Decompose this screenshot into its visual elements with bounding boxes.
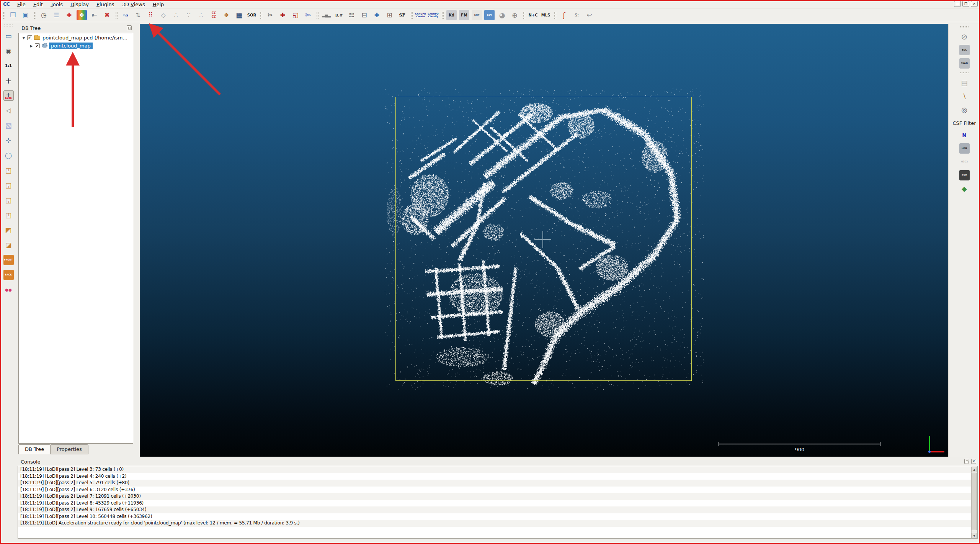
close-button[interactable]: ✕ <box>971 1 978 7</box>
menu-display[interactable]: Display <box>67 1 93 8</box>
unroll-icon[interactable]: ↩ <box>584 10 595 20</box>
menu-edit[interactable]: Edit <box>29 1 47 8</box>
sf-delete-icon[interactable]: ⊟ <box>359 10 369 20</box>
hpr-icon[interactable]: HPR <box>959 143 970 154</box>
normals-plus-color-icon[interactable]: N+C <box>528 10 538 20</box>
spline-points-icon[interactable]: S: <box>572 10 582 20</box>
menu-plugins[interactable]: Plugins <box>93 1 118 8</box>
shp-export-icon[interactable]: SHP <box>472 10 482 20</box>
view-iso2-icon[interactable]: ◪ <box>3 240 14 250</box>
console-scrollbar[interactable]: ▲ ▼ <box>971 467 977 539</box>
screenshot-icon[interactable]: ◉ <box>3 46 14 56</box>
undock-console-button[interactable] <box>964 459 969 464</box>
tab-properties[interactable]: Properties <box>50 444 88 454</box>
checkerboard-icon[interactable]: ▦ <box>234 10 244 20</box>
clone-icon[interactable]: ❖ <box>77 10 87 20</box>
view-left-icon[interactable]: ◲ <box>3 195 14 205</box>
sf-arithmetic-icon[interactable]: SF <box>397 10 407 20</box>
toolbar-handle[interactable] <box>441 11 444 20</box>
octree-icon[interactable]: ◇ <box>158 10 168 20</box>
open-icon[interactable]: ❐ <box>8 10 18 20</box>
sor-filter-icon[interactable]: SOR <box>247 10 257 20</box>
edl-shader-icon[interactable]: EDL <box>959 45 970 55</box>
zoom-magnifier-icon[interactable]: ◯ <box>3 150 14 161</box>
subsample-icon[interactable]: ⠿ <box>145 10 156 20</box>
rotate-view-icon[interactable]: ◁ <box>3 105 14 116</box>
view-back-icon[interactable]: BACK <box>3 270 14 280</box>
checklist-icon[interactable]: ☰ <box>51 10 62 20</box>
sf-minmax-icon[interactable]: min max <box>346 10 357 20</box>
scroll-up-icon[interactable]: ▲ <box>972 467 977 472</box>
ssao-shader-icon[interactable]: SSAO <box>959 58 970 69</box>
undock-panel-button[interactable] <box>127 25 132 30</box>
sample-points-icon[interactable]: ∴ <box>171 10 181 20</box>
toolbar-handle[interactable] <box>960 72 969 74</box>
pick-rotation-center-icon[interactable]: + <box>3 75 14 86</box>
expand-caret-icon[interactable]: ▶ <box>29 44 33 48</box>
pan-icon[interactable]: ⊹ <box>3 135 14 146</box>
visibility-checkbox[interactable]: ✔ <box>35 43 40 48</box>
toolbar-handle[interactable] <box>2 11 5 20</box>
toolbar-handle[interactable] <box>410 11 413 20</box>
scroll-down-icon[interactable]: ▼ <box>972 533 977 539</box>
auto-pick-center-icon[interactable]: +auto <box>3 90 14 101</box>
histogram-icon[interactable]: ▂▅▃ <box>321 10 332 20</box>
save-icon[interactable]: ▣ <box>20 10 31 20</box>
toolbar-handle[interactable] <box>33 11 36 20</box>
mls-icon[interactable]: MLS <box>541 10 551 20</box>
m3c2-icon[interactable]: M3C2 <box>959 157 970 167</box>
scissors-icon[interactable]: ✂ <box>265 10 275 20</box>
toolbar-handle[interactable] <box>523 11 525 20</box>
minimize-button[interactable]: — <box>954 1 961 7</box>
view-top-icon[interactable]: ◰ <box>3 165 14 175</box>
close-console-button[interactable]: ✕ <box>971 459 976 464</box>
animation-icon[interactable]: ▤ <box>959 78 970 88</box>
no-shader-icon[interactable]: ⊘ <box>959 31 970 42</box>
interactive-transform-icon[interactable]: ⇅ <box>133 10 143 20</box>
perspective-cube-icon[interactable]: ▧ <box>3 120 14 131</box>
pcv-icon[interactable]: PCV <box>959 170 970 180</box>
toolbar-handle[interactable] <box>260 11 262 20</box>
icp-register-icon[interactable]: CC CC <box>209 10 219 20</box>
menu-help[interactable]: Help <box>149 1 168 8</box>
merge-icon[interactable]: ✚ <box>64 10 74 20</box>
restore-button[interactable]: ❐ <box>962 1 969 7</box>
compass-icon[interactable]: ◎ <box>959 105 970 115</box>
broom-icon[interactable]: ∖ <box>959 91 970 102</box>
toolbar-handle[interactable] <box>316 11 318 20</box>
fm-icon[interactable]: FM <box>459 10 469 20</box>
apply-transform-icon[interactable]: ⇤ <box>89 10 100 20</box>
delete-icon[interactable]: ✖ <box>102 10 112 20</box>
stereo-mode-icon[interactable]: ●● <box>3 285 14 295</box>
canupo-classify-icon[interactable]: CANUPO Classify <box>428 10 438 20</box>
toolbar-handle[interactable] <box>554 11 556 20</box>
align-sheep-icon[interactable]: ❖ <box>221 10 232 20</box>
sf-add-icon[interactable]: ✚ <box>372 10 382 20</box>
globe-icon[interactable]: ⊕ <box>510 10 520 20</box>
cross-section-icon[interactable]: ✄ <box>303 10 313 20</box>
csf-filter-icon[interactable]: N <box>959 130 970 140</box>
visibility-checkbox[interactable]: ✔ <box>27 35 32 40</box>
tab-db-tree[interactable]: DB Tree <box>18 444 51 454</box>
spline-icon[interactable]: ʃ <box>559 10 569 20</box>
zoom-1-1-icon[interactable]: 1:1 <box>3 61 14 71</box>
toolbar-handle[interactable] <box>115 11 118 20</box>
menu-tools[interactable]: Tools <box>47 1 67 8</box>
tree-row-file[interactable]: ▼ ✔ pointcloud_map.pcd (/home/ism... <box>19 34 133 41</box>
clock-compass-icon[interactable]: ◷ <box>39 10 49 20</box>
clipping-box-icon[interactable]: ◱ <box>290 10 301 20</box>
canupo-create-icon[interactable]: CANUPO Create <box>415 10 426 20</box>
scroll-thumb[interactable] <box>972 473 977 530</box>
csv-export-icon[interactable]: CSV <box>484 10 495 20</box>
3d-view[interactable]: 900 <box>140 24 948 457</box>
kd-tree-icon[interactable]: Kd <box>446 10 457 20</box>
menu-3d-views[interactable]: 3D Views <box>118 1 149 8</box>
view-right-icon[interactable]: ◳ <box>3 210 14 220</box>
view-bottom-icon[interactable]: ◱ <box>3 180 14 190</box>
gaussian-icon[interactable]: μ,σ <box>334 10 344 20</box>
poisson-recon-icon[interactable]: ◆ <box>959 184 970 194</box>
view-iso1-icon[interactable]: ◩ <box>3 225 14 235</box>
display-options-icon[interactable]: ▭ <box>3 31 14 41</box>
toolbar-handle[interactable] <box>4 24 13 26</box>
point-pair-align-icon[interactable]: ↝ <box>120 10 131 20</box>
